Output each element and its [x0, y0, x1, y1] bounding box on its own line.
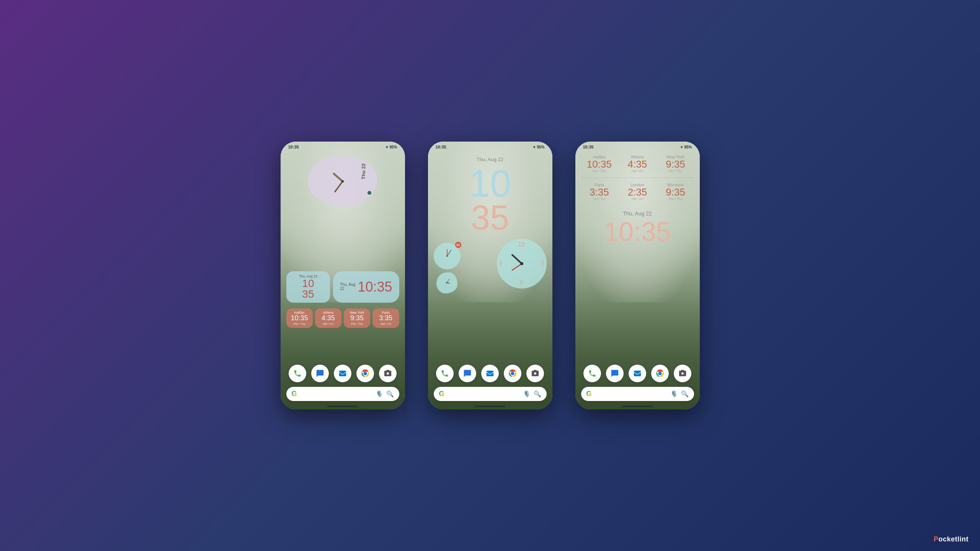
search-bar-2[interactable]: G 🎙️ 🔍: [434, 387, 547, 401]
world-clock-paris: Paris 3:35 AM / Fri: [372, 308, 399, 328]
analog-clock-medium-2[interactable]: 12 3 6 9: [497, 239, 547, 289]
wc-period-newyork: PM / Thu: [351, 322, 363, 326]
num-3: 3: [541, 260, 544, 267]
dock-outlook-1[interactable]: [334, 365, 351, 382]
wc-period-paris: AM / Fri: [381, 322, 391, 326]
num-9: 9: [499, 260, 503, 267]
phone3-big-time: 10:35: [575, 218, 700, 245]
phone3-world-clocks[interactable]: Halifax 10:35 PM / Thu Athens 4:35 AM / …: [575, 153, 700, 203]
digital-clock-large[interactable]: Thu, Aug 22 10:35: [333, 271, 399, 303]
wc-period-athens: AM / Fri: [323, 322, 333, 326]
phone2-big-minute: 35: [434, 201, 547, 235]
world-clock-halifax: Halifax 10:35 PM / Thu: [286, 308, 313, 328]
phone3-date: Thu, Aug 22: [575, 210, 700, 217]
wc3-time-athens: 4:35: [628, 159, 647, 169]
wifi-icon-2: ▾: [533, 145, 535, 149]
phone-3: 10:35 ▾ 95% Halifax 10:35 PM / Thu Athen…: [575, 142, 700, 409]
wc3-montreal: Montreal 9:35 PM / Thu: [657, 183, 694, 201]
status-bar-1: 10:35 ▾ 95%: [281, 142, 405, 151]
digital-clock-small[interactable]: Thu, Aug 22 10 35: [286, 271, 330, 303]
svg-point-7: [446, 255, 448, 257]
dock-outlook-3[interactable]: [629, 365, 646, 382]
wc-time-athens: 4:35: [322, 315, 335, 322]
wc3-period-paris: AM / Fri: [593, 197, 606, 201]
clock-small-circle-2[interactable]: 22: [434, 243, 461, 269]
svg-point-17: [658, 372, 662, 375]
google-logo-3: G: [586, 390, 592, 398]
dock-chrome-3[interactable]: [651, 365, 669, 382]
digital-clocks-row: Thu, Aug 22 10 35 Thu, Aug 22 10:35: [286, 271, 399, 303]
dock-3: [575, 362, 700, 385]
wc3-time-newyork: 9:35: [666, 159, 685, 169]
wc-period-halifax: PM / Thu: [293, 322, 305, 326]
mic-icon-1[interactable]: 🎙️: [376, 390, 383, 398]
wc3-period-athens: AM / Fri: [631, 169, 644, 173]
google-logo-1: G: [292, 390, 297, 398]
large-clock-date: Thu, Aug 22: [340, 282, 358, 291]
analog-clock-widget-1[interactable]: Thu 22: [308, 156, 377, 206]
wifi-icon-1: ▾: [386, 145, 388, 149]
battery-2: 95%: [537, 145, 544, 149]
lens-icon-1[interactable]: 🔍: [386, 390, 394, 398]
phones-container: 10:35 ▾ 95% Thu 22: [281, 142, 700, 409]
search-bar-1[interactable]: G 🎙️ 🔍: [286, 387, 399, 401]
home-indicator-1: [327, 406, 358, 407]
dock-chrome-2[interactable]: [504, 365, 521, 382]
wc3-time-halifax: 10:35: [587, 159, 612, 169]
status-time-1: 10:35: [288, 145, 299, 149]
lens-icon-3[interactable]: 🔍: [681, 390, 689, 398]
battery-1: 95%: [389, 145, 397, 149]
dock-messages-2[interactable]: [459, 365, 476, 382]
blob-shape-2[interactable]: [436, 272, 457, 293]
svg-line-5: [447, 250, 451, 256]
small-clock-svg: [438, 246, 457, 266]
status-bar-2: 10:35 ▾ 95%: [428, 142, 552, 151]
google-logo-2: G: [439, 390, 444, 398]
wc3-paris: Paris 3:35 AM / Fri: [581, 183, 618, 201]
dock-camera-3[interactable]: [674, 365, 691, 382]
svg-point-4: [363, 372, 367, 375]
world-clocks-widget-1[interactable]: Halifax 10:35 PM / Thu Athens 4:35 AM / …: [286, 308, 399, 328]
mic-icon-2[interactable]: 🎙️: [523, 390, 531, 398]
status-right-1: ▾ 95%: [386, 145, 397, 149]
clock-face-1: [325, 164, 360, 199]
status-right-2: ▾ 95%: [533, 145, 544, 149]
dock-phone-2[interactable]: [436, 365, 454, 382]
mic-icon-3[interactable]: 🎙️: [670, 390, 678, 398]
wc3-period-london: AM / Fri: [631, 197, 644, 201]
wc3-athens: Athens 4:35 AM / Fri: [619, 155, 656, 173]
dock-messages-1[interactable]: [311, 365, 329, 382]
dock-chrome-1[interactable]: [356, 365, 374, 382]
home-indicator-3: [622, 406, 653, 407]
wc3-time-paris: 3:35: [590, 187, 609, 197]
svg-line-0: [334, 174, 343, 181]
dock-messages-3[interactable]: [606, 365, 624, 382]
status-bar-3: 10:35 ▾ 95%: [575, 142, 700, 151]
lens-icon-2[interactable]: 🔍: [534, 390, 541, 398]
dock-camera-2[interactable]: [526, 365, 544, 382]
dock-1: [281, 362, 405, 385]
svg-point-10: [446, 282, 448, 284]
dock-phone-3[interactable]: [583, 365, 601, 382]
dock-camera-1[interactable]: [379, 365, 397, 382]
svg-rect-3: [339, 371, 346, 377]
small-clock-time: 10 35: [302, 278, 314, 300]
pocketlint-logo: Pocketlint: [934, 535, 969, 543]
home-indicator-2: [475, 406, 505, 407]
dock-outlook-2[interactable]: [481, 365, 499, 382]
svg-rect-16: [634, 371, 641, 377]
dock-2: [428, 362, 552, 385]
phone2-content: Thu, Aug 22 10 35 22: [428, 151, 552, 362]
large-clock-time: 10:35: [358, 279, 392, 295]
phone2-big-hour: 10: [434, 164, 547, 202]
status-right-3: ▾ 95%: [681, 145, 692, 149]
search-bar-3[interactable]: G 🎙️ 🔍: [581, 387, 694, 401]
phone1-widgets: Thu 22 Thu, Aug: [281, 151, 405, 362]
dock-phone-1[interactable]: [289, 365, 306, 382]
pocketlint-text: ocketlint: [938, 535, 969, 543]
wc3-halifax: Halifax 10:35 PM / Thu: [581, 155, 618, 173]
svg-point-2: [341, 180, 344, 183]
wc3-london: London 2:35 AM / Fri: [619, 183, 656, 201]
wc-time-halifax: 10:35: [291, 315, 308, 322]
phone-2: 10:35 ▾ 95% Thu, Aug 22 10 35 22: [428, 142, 552, 409]
